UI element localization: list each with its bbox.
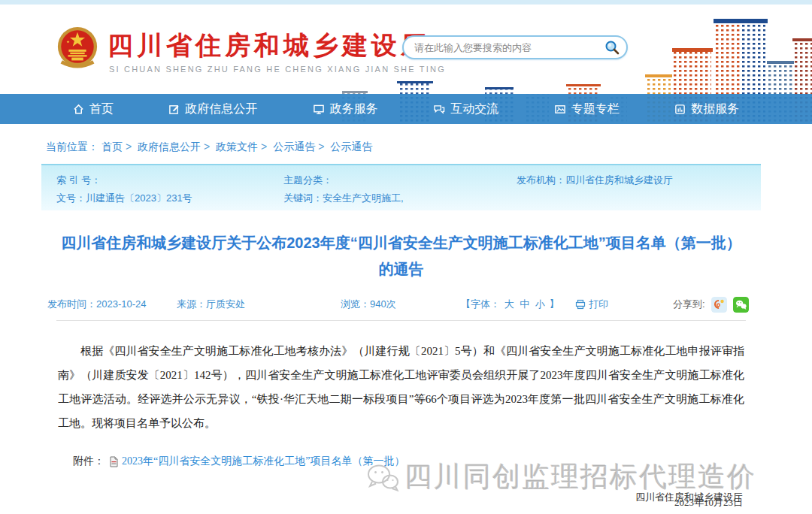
breadcrumb-item-notices-2[interactable]: 公示通告 <box>330 141 372 153</box>
breadcrumb-item-home[interactable]: 首页 <box>102 141 123 153</box>
article-body: 根据《四川省安全生产文明施工标准化工地考核办法》（川建行规〔2021〕5号）和《… <box>41 339 761 435</box>
chat-icon <box>433 104 445 115</box>
signature-date: 2023年10月23日 <box>674 496 743 509</box>
home-icon <box>73 104 84 115</box>
meta-doc-number: 文号：川建通告〔2023〕231号 <box>56 192 192 205</box>
view-count: 浏览：940次 <box>341 298 461 311</box>
meta-issuing-agency: 发布机构：四川省住房和城乡建设厅 <box>517 174 673 187</box>
chart-icon <box>674 104 686 115</box>
nav-item-data-services[interactable]: 数据服务 <box>674 101 739 117</box>
share-widget: 分享到: <box>673 297 749 313</box>
wechat-share-icon[interactable] <box>733 297 749 313</box>
nav-item-label: 政府信息公开 <box>185 101 257 117</box>
article-meta-row: 发布时间：2023-10-24 来源：厅质安处 浏览：940次 【字体： 大 中… <box>41 296 761 313</box>
main-nav: 首页 政府信息公开 政务服务 互动交流 专题专栏 数据服务 <box>0 94 812 124</box>
nav-item-label: 政务服务 <box>330 101 378 117</box>
breadcrumb-item-gov-info[interactable]: 政府信息公开 <box>138 141 201 153</box>
nav-item-interaction[interactable]: 互动交流 <box>433 101 498 117</box>
search-icon[interactable] <box>604 39 620 56</box>
font-size-medium[interactable]: 中 <box>520 298 529 310</box>
nav-item-label: 首页 <box>89 101 114 117</box>
national-emblem-logo <box>56 26 99 71</box>
nav-item-gov-info[interactable]: 政府信息公开 <box>168 101 257 117</box>
attachment-row: 附件： 2023年“四川省安全文明施工标准化工地”项目名单（第一批） <box>73 455 761 468</box>
top-strip <box>0 0 812 5</box>
edit-icon <box>168 104 180 115</box>
breadcrumb: 当前位置： 首页> 政府信息公开> 政策文件> 公示通告> 公示通告 <box>41 129 761 154</box>
font-size-widget: 【字体： 大 中 小 】 <box>461 298 575 311</box>
signature-org: 四川省住房和城乡建设厅 <box>41 491 761 504</box>
site-subtitle-pinyin: SI CHUAN SHENG ZHU FANG HE CHENG XIANG J… <box>109 65 446 74</box>
breadcrumb-item-policy-docs[interactable]: 政策文件 <box>216 141 258 153</box>
meta-index-number: 索 引 号： <box>56 174 101 187</box>
source: 来源：厅质安处 <box>177 298 341 311</box>
site-header: 四川省住房和城乡建设厅 SI CHUAN SHENG ZHU FANG HE C… <box>0 5 812 94</box>
attachment-file-icon <box>109 456 119 467</box>
font-size-large[interactable]: 大 <box>504 298 514 310</box>
search-input[interactable] <box>414 42 604 53</box>
monitor-icon <box>313 104 325 115</box>
article-title: 四川省住房和城乡建设厅关于公布2023年度“四川省安全生产文明施工标准化工地”项… <box>41 230 761 283</box>
site-title: 四川省住房和城乡建设厅 <box>108 29 430 63</box>
print-button[interactable]: 打印 <box>575 298 673 311</box>
image-icon <box>554 104 566 115</box>
nav-item-home[interactable]: 首页 <box>73 101 114 117</box>
nav-item-label: 互动交流 <box>450 101 498 117</box>
meta-keywords: 关键词：安全生产文明施工, <box>283 192 404 205</box>
share-label: 分享到: <box>673 298 705 311</box>
divider <box>56 320 746 321</box>
weibo-share-icon[interactable] <box>711 297 727 313</box>
font-size-small[interactable]: 小 <box>535 298 545 310</box>
meta-topic-category: 主题分类： <box>283 174 332 187</box>
content-card: 当前位置： 首页> 政府信息公开> 政策文件> 公示通告> 公示通告 索 引 号… <box>41 129 761 514</box>
nav-item-services[interactable]: 政务服务 <box>313 101 378 117</box>
search-box[interactable] <box>402 35 628 59</box>
publish-time: 发布时间：2023-10-24 <box>47 298 177 311</box>
attachment-label: 附件： <box>73 455 105 468</box>
nav-item-label: 数据服务 <box>691 101 739 117</box>
nav-item-special-columns[interactable]: 专题专栏 <box>554 101 620 117</box>
nav-item-label: 专题专栏 <box>571 101 620 117</box>
page: 四川省住房和城乡建设厅 SI CHUAN SHENG ZHU FANG HE C… <box>0 0 812 514</box>
attachment-link[interactable]: 2023年“四川省安全文明施工标准化工地”项目名单（第一批） <box>122 455 404 468</box>
breadcrumb-item-notices[interactable]: 公示通告 <box>273 141 315 153</box>
breadcrumb-prefix: 当前位置： <box>46 141 98 153</box>
printer-icon <box>575 299 586 310</box>
document-meta-band: 索 引 号： 文号：川建通告〔2023〕231号 主题分类： 关键词：安全生产文… <box>41 164 761 210</box>
